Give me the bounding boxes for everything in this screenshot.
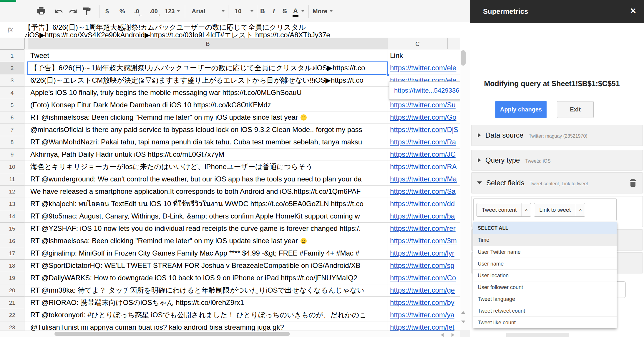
row-number[interactable]: 10 [0,161,24,173]
scroll-left-icon[interactable] [441,333,444,337]
tweet-link[interactable]: https://twitter.com/ele [390,64,456,72]
row-number[interactable]: 15 [0,223,24,235]
cell-a[interactable] [24,161,28,173]
bold-button[interactable]: B [260,0,265,22]
dropdown-item[interactable]: User name [473,258,617,269]
tweet-cell[interactable]: 6/26(日)～エレストCM放映が決定(≧▽≦)ますます盛り上がるエレストから目… [28,74,388,87]
tweet-cell[interactable]: Tweet [28,50,388,62]
tweet-link[interactable]: https://twitter.com/Sa [390,187,456,195]
cell-a[interactable] [24,235,28,247]
formula-text[interactable]: 【予告】6/26(日)～1周年超大感謝祭!カムバックユーザーの数に応じて全員にク… [24,24,466,38]
link-cell[interactable]: https://twitter.com/lyr [388,247,460,260]
undo-icon[interactable] [54,0,64,22]
cell-a[interactable] [24,198,28,210]
tweet-cell[interactable]: RT @khajochi: พบไอคอน TextEdit บน iOS 10… [28,198,388,210]
tweet-cell[interactable]: RT @RIORAO: 携帯端末向けOSのiOSちゃん https://t.co… [28,297,388,309]
link-cell[interactable]: https://twitter.com/rer [388,223,460,235]
row-number[interactable]: 7 [0,124,24,136]
dropdown-item[interactable]: User location [473,269,617,281]
link-cell[interactable]: https://twitter.com/Co [388,272,460,284]
increase-decimal-button[interactable]: .00→ [150,0,158,22]
horizontal-scrollbar-thumb[interactable] [54,332,290,336]
tweet-link[interactable]: https://twitter.com/Co [390,274,456,282]
dropdown-item[interactable]: Time [473,234,617,246]
dropdown-item[interactable]: User follower count [473,281,617,293]
scroll-down-icon[interactable] [461,321,465,323]
vertical-scrollbar-thumb[interactable] [461,50,466,66]
tweet-cell[interactable]: @minacrisOficial is there any paid servi… [28,124,388,136]
scroll-right-icon[interactable] [452,333,454,337]
row-number[interactable]: 18 [0,260,24,272]
cell-a[interactable] [24,111,28,124]
cell-a[interactable] [24,173,28,186]
tweet-cell[interactable]: RT @ishmaelsosa: Been clicking "Remind m… [28,111,388,124]
text-color-button[interactable]: A [293,0,304,22]
link-cell[interactable]: https://twitter.com/ya [388,309,460,321]
link-cell[interactable]: https://twitter.com/Ma [388,173,460,186]
column-header-c[interactable]: C [388,38,447,50]
dropdown-item[interactable]: SELECT ALL [473,222,617,234]
tweet-cell[interactable]: We have released a smartphone applicatio… [28,186,388,198]
tweet-cell[interactable]: RT @DailyWARKS: How to downgrade iOS 10 … [28,272,388,284]
row-number[interactable]: 4 [0,87,24,99]
font-family-select[interactable]: Arial [192,0,225,22]
cell-a[interactable] [24,99,28,111]
link-cell[interactable]: https://twitter.com/ge [388,284,460,297]
dropdown-item[interactable]: Tweet language [473,293,617,305]
cell-a[interactable] [24,186,28,198]
row-number[interactable]: 14 [0,210,24,223]
cell-a[interactable] [24,260,28,272]
cell-a[interactable] [24,272,28,284]
cell-a[interactable] [24,297,28,309]
cell-a[interactable] [24,309,28,321]
cell-a[interactable] [24,124,28,136]
cell-a[interactable] [24,74,28,87]
link-cell[interactable]: https://twitter.com/dd [388,198,460,210]
tweet-link[interactable]: https://twitter.com/JC [390,150,456,158]
tweet-cell[interactable]: RT @ishmaelsosa: Been clicking "Remind m… [28,235,388,247]
tweet-cell[interactable]: RT @SportDictatorHQ: WE'LL TWEET STREAM … [28,260,388,272]
number-format-button[interactable]: 123 [165,0,180,22]
cell-a[interactable] [24,149,28,161]
row-number[interactable]: 22 [0,309,24,321]
select-all-corner[interactable] [0,38,24,50]
tweet-cell[interactable]: (Foto) Konsep Fitur Dark Mode Dambaan di… [28,99,388,111]
tweet-link[interactable]: https://twitter.com/rer [390,224,456,232]
dropdown-item[interactable]: User Twitter name [473,246,617,258]
cell-a[interactable] [24,210,28,223]
tweet-link[interactable]: https://twitter.com/lyr [390,249,454,257]
link-cell[interactable]: https://twitter.com/Go [388,111,460,124]
link-cell[interactable]: https://twitter.com/ba [388,210,460,223]
link-cell[interactable]: https://twitter.com/Sa [388,186,460,198]
currency-format-button[interactable]: $ [105,0,109,22]
row-number[interactable]: 9 [0,149,24,161]
section-query-type[interactable]: Query type Tweets: iOS [471,150,643,171]
cell-a[interactable] [24,136,28,149]
tweet-cell[interactable]: Akhirnya, Path Daily Hadir untuk iOS htt… [28,149,388,161]
section-data-source[interactable]: Data source Twitter: maguay (23521970) [471,125,643,146]
tweet-link[interactable]: https://twitter.com/let [390,323,454,331]
link-cell[interactable]: https://twitter.com/Ra [388,136,460,149]
link-cell[interactable] [388,87,460,99]
tweet-link[interactable]: https://twitter.com/RA [390,163,457,171]
row-number[interactable]: 2 [0,62,24,74]
row-number[interactable]: 1 [0,50,24,62]
tweet-cell[interactable]: RT @tokoronyori: #ひとりぼっち惑星 iOSでも公開されました！… [28,309,388,321]
row-number[interactable]: 19 [0,272,24,284]
tweet-cell[interactable]: Apple's iOS 10 finally, truly begins the… [28,87,388,99]
tweet-link[interactable]: https://twitter.com/DjS [390,126,458,134]
cell-a[interactable] [24,247,28,260]
column-header-b[interactable]: B [28,38,388,50]
tweet-cell[interactable]: 海色とキリキリジョーカーがiosに来たのはいいけど、iPhoneユーザーは普通に… [28,161,388,173]
row-number[interactable]: 6 [0,111,24,124]
percent-format-button[interactable]: % [119,0,125,22]
link-cell[interactable]: https://twitter.com/sg [388,260,460,272]
remove-field-icon[interactable]: × [522,203,531,216]
tweet-link[interactable]: https://twitter.com/ya [390,311,454,319]
link-cell[interactable]: Link [388,50,460,62]
dropdown-item[interactable]: Tweet like count [473,316,617,328]
tweet-link[interactable]: https://twitter.com/Ma [390,175,457,183]
row-number[interactable]: 20 [0,284,24,297]
row-number[interactable]: 16 [0,235,24,247]
paint-format-icon[interactable] [82,0,91,22]
